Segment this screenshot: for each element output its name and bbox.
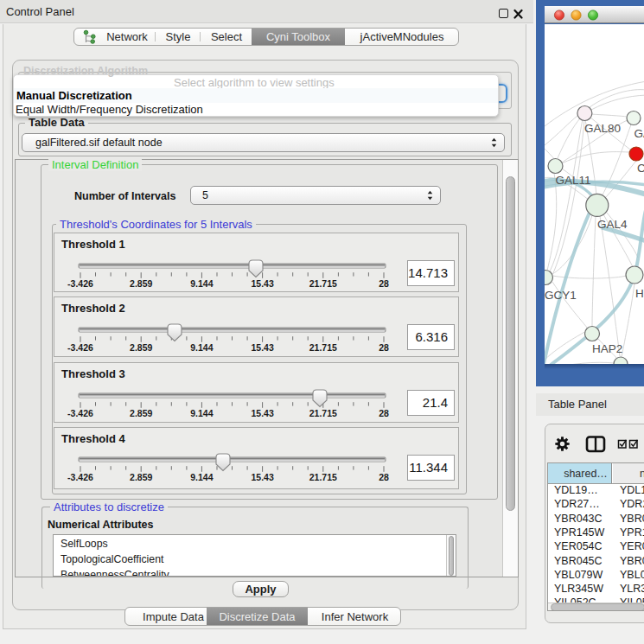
svg-text:-3.426: -3.426 (67, 408, 93, 418)
svg-text:9.144: 9.144 (190, 278, 213, 289)
svg-text:HAP2: HAP2 (592, 342, 622, 355)
svg-text:C: C (637, 162, 644, 175)
svg-text:GAL4: GAL4 (597, 218, 628, 231)
svg-text:GAL80: GAL80 (584, 122, 621, 135)
svg-text:21.715: 21.715 (309, 342, 337, 353)
svg-text:21.715: 21.715 (309, 408, 337, 418)
svg-text:HIS: HIS (635, 287, 644, 300)
svg-text:28: 28 (379, 472, 389, 482)
svg-text:15.43: 15.43 (251, 342, 273, 353)
svg-text:9.144: 9.144 (190, 408, 213, 418)
svg-text:2.859: 2.859 (130, 342, 152, 353)
svg-text:28: 28 (379, 342, 389, 353)
svg-text:GAL11: GAL11 (556, 174, 591, 187)
svg-text:GAL: GAL (634, 127, 644, 140)
svg-text:-3.426: -3.426 (67, 278, 93, 289)
svg-text:21.715: 21.715 (309, 472, 337, 482)
svg-text:15.43: 15.43 (251, 408, 273, 418)
svg-text:2.859: 2.859 (130, 408, 152, 418)
svg-text:2.859: 2.859 (130, 278, 152, 289)
svg-text:GCY1: GCY1 (545, 289, 577, 302)
svg-text:21.715: 21.715 (309, 278, 337, 289)
svg-text:28: 28 (379, 278, 389, 289)
svg-text:9.144: 9.144 (190, 472, 213, 482)
svg-text:15.43: 15.43 (251, 278, 273, 289)
svg-text:2.859: 2.859 (130, 472, 152, 482)
svg-text:28: 28 (379, 408, 389, 418)
svg-text:9.144: 9.144 (190, 342, 213, 353)
svg-text:-3.426: -3.426 (67, 342, 93, 353)
svg-text:15.43: 15.43 (251, 472, 273, 482)
svg-text:-3.426: -3.426 (67, 472, 93, 482)
